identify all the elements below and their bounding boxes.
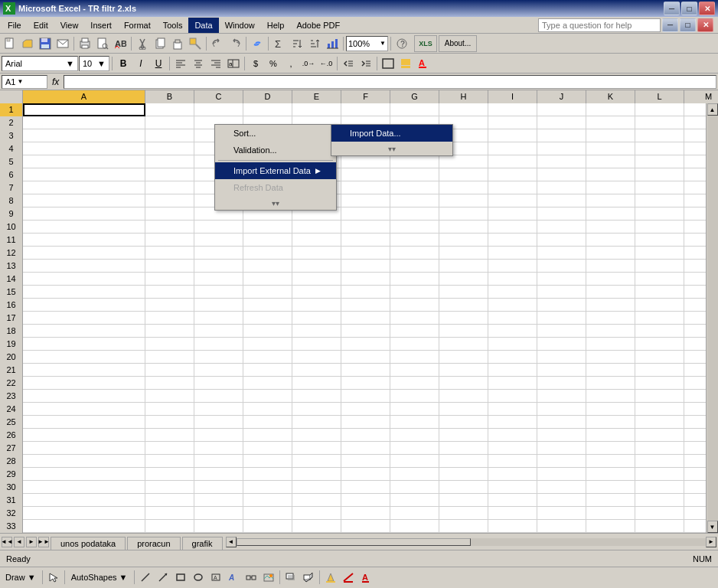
close-button[interactable]: ✕ [699,2,715,15]
cell-c18[interactable] [194,325,243,338]
cell-i28[interactable] [488,455,537,468]
cell-k31[interactable] [586,494,635,507]
cell-b4[interactable] [145,142,194,155]
bold-button[interactable]: B [115,55,132,72]
cell-e27[interactable] [292,442,341,455]
cell-d11[interactable] [243,234,292,247]
menu-file[interactable]: File [2,18,28,33]
row-num-3[interactable]: 3 [0,129,23,142]
cell-c31[interactable] [194,494,243,507]
cell-c22[interactable] [194,377,243,390]
row-num-9[interactable]: 9 [0,207,23,220]
cell-d17[interactable] [243,312,292,325]
row-num-24[interactable]: 24 [0,403,23,416]
menu-help[interactable]: Help [261,18,291,33]
sort-desc-button[interactable] [306,35,323,52]
cell-k16[interactable] [586,299,635,312]
autosum-button[interactable]: Σ [271,35,288,52]
font-color-button[interactable]: A [415,55,432,72]
cell-a10[interactable] [23,220,145,234]
cell-h6[interactable] [439,168,488,181]
cell-l31[interactable] [635,494,684,507]
cell-b2[interactable] [145,116,194,129]
cell-b25[interactable] [145,416,194,429]
cell-b26[interactable] [145,429,194,442]
cell-f33[interactable] [341,520,390,533]
cell-f12[interactable] [341,247,390,260]
cell-b23[interactable] [145,390,194,403]
cell-l10[interactable] [635,220,684,234]
cell-k14[interactable] [586,273,635,286]
cell-a29[interactable] [23,468,145,481]
cell-g14[interactable] [390,273,439,286]
cell-f9[interactable] [341,207,390,220]
cell-i23[interactable] [488,390,537,403]
cell-a33[interactable] [23,520,145,533]
cell-f25[interactable] [341,416,390,429]
row-num-14[interactable]: 14 [0,273,23,286]
cell-b6[interactable] [145,168,194,181]
cell-l32[interactable] [635,507,684,520]
cell-g7[interactable] [390,181,439,194]
tab-first-button[interactable]: ◄◄ [2,537,12,547]
cell-f22[interactable] [341,377,390,390]
cell-l20[interactable] [635,351,684,364]
cell-f5[interactable] [341,155,390,168]
cell-f17[interactable] [341,312,390,325]
cell-b8[interactable] [145,194,194,207]
cell-d20[interactable] [243,351,292,364]
cell-i12[interactable] [488,247,537,260]
cell-l22[interactable] [635,377,684,390]
shadow-button[interactable] [282,569,299,586]
cell-g31[interactable] [390,494,439,507]
cell-e29[interactable] [292,468,341,481]
align-center[interactable] [190,55,207,72]
cell-j11[interactable] [537,234,586,247]
menu-window[interactable]: Window [219,18,261,33]
cell-h14[interactable] [439,273,488,286]
cell-c28[interactable] [194,455,243,468]
tab-next-button[interactable]: ► [26,537,37,547]
cell-g20[interactable] [390,351,439,364]
menu-import-external[interactable]: Import External Data ▶ [215,162,336,179]
col-header-d[interactable]: D [243,90,292,103]
cell-e13[interactable] [292,260,341,273]
cell-h9[interactable] [439,207,488,220]
cell-l25[interactable] [635,416,684,429]
cell-k18[interactable] [586,325,635,338]
cell-k29[interactable] [586,468,635,481]
cell-b1[interactable] [145,103,194,116]
cell-g24[interactable] [390,403,439,416]
cell-l11[interactable] [635,234,684,247]
cell-k15[interactable] [586,286,635,299]
cell-j20[interactable] [537,351,586,364]
cell-d28[interactable] [243,455,292,468]
cell-f10[interactable] [341,220,390,234]
clipart-button[interactable] [260,569,277,586]
row-num-30[interactable]: 30 [0,481,23,494]
cell-k10[interactable] [586,220,635,234]
cell-k28[interactable] [586,455,635,468]
cell-a24[interactable] [23,403,145,416]
cell-f13[interactable] [341,260,390,273]
cell-f21[interactable] [341,364,390,377]
col-header-m[interactable]: M [684,90,718,103]
cell-i1[interactable] [488,103,537,116]
row-num-15[interactable]: 15 [0,286,23,299]
cell-g15[interactable] [390,286,439,299]
cell-g25[interactable] [390,416,439,429]
col-header-h[interactable]: H [439,90,488,103]
app-restore-button[interactable]: □ [680,18,696,32]
cell-g16[interactable] [390,299,439,312]
cell-k6[interactable] [586,168,635,181]
cell-a1[interactable] [23,103,145,116]
cell-l29[interactable] [635,468,684,481]
col-header-b[interactable]: B [145,90,194,103]
cell-k2[interactable] [586,116,635,129]
cell-l7[interactable] [635,181,684,194]
tab-unos[interactable]: unos podataka [51,537,126,550]
align-left[interactable] [172,55,189,72]
redo-button[interactable] [227,35,243,52]
underline-button[interactable]: U [150,55,167,72]
cell-l1[interactable] [635,103,684,116]
